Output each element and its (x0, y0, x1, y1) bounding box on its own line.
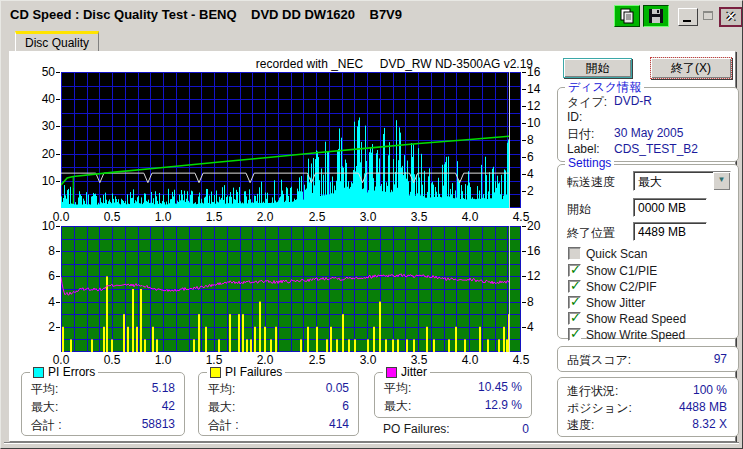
show-write-speed-checkbox[interactable]: ✓ (568, 328, 581, 341)
transfer-speed-combobox[interactable]: 最大 ▼ (633, 171, 731, 191)
axis-tick-label: 3.0 (354, 354, 382, 367)
axis-tick-mark (56, 251, 60, 252)
speed-value: 8.32 X (692, 417, 727, 431)
transfer-speed-label: 転送速度 (567, 174, 615, 191)
settings-title: Settings (565, 156, 614, 170)
copy-icon (615, 6, 639, 26)
window-title: CD Speed : Disc Quality Test - BENQ DVD … (10, 7, 402, 22)
axis-tick-mark (56, 72, 60, 73)
axis-tick-mark (522, 89, 526, 90)
axis-tick-label: 1.5 (200, 211, 228, 224)
app-window: CD Speed : Disc Quality Test - BENQ DVD … (0, 0, 743, 449)
axis-tick-label: 0.5 (98, 354, 126, 367)
check-icon: ✓ (570, 262, 581, 277)
axis-tick-label: 4.0 (456, 211, 484, 224)
position-label: ポジション: (567, 400, 632, 417)
axis-tick-label: 12 (527, 100, 551, 113)
axis-tick-mark (522, 123, 526, 124)
axis-tick-mark (56, 327, 60, 328)
jitter-swatch (386, 367, 397, 378)
minimize-button[interactable] (678, 8, 698, 26)
axis-tick-label: 50 (31, 66, 55, 79)
pi-errors-swatch (33, 367, 44, 378)
axis-tick-label: 2.0 (251, 211, 279, 224)
show-c1-pie-checkbox[interactable]: ✓ (568, 264, 581, 277)
end-position-field[interactable] (633, 222, 707, 241)
show-read-speed-label: Show Read Speed (586, 312, 686, 326)
pi-failures-legend-label: PI Failures (225, 365, 282, 379)
axis-tick-label: 6 (31, 270, 55, 283)
check-icon: ✓ (570, 326, 581, 341)
axis-tick-label: 6 (527, 151, 551, 164)
axis-tick-mark (522, 140, 526, 141)
start-position-label: 開始 (567, 201, 591, 218)
copy-to-clipboard-button[interactable] (614, 5, 640, 27)
disc-label-value: CDS_TEST_B2 (614, 142, 698, 156)
pi-errors-chart-canvas (61, 72, 521, 208)
axis-tick-label: 20 (31, 148, 55, 161)
disc-type-label: タイプ: (567, 94, 607, 111)
quick-scan-checkbox[interactable]: ✓ (568, 247, 581, 260)
minimize-icon (683, 20, 691, 22)
axis-tick-mark (522, 302, 526, 303)
start-button-label: 開始 (586, 61, 610, 75)
axis-tick-label: 10 (527, 117, 551, 130)
pie-total-value: 58813 (142, 417, 175, 431)
axis-tick-label: 8 (31, 245, 55, 258)
axis-tick-label: 2 (527, 185, 551, 198)
axis-tick-mark (522, 174, 526, 175)
show-jitter-checkbox[interactable]: ✓ (568, 296, 581, 309)
combobox-dropdown-button[interactable]: ▼ (713, 172, 730, 190)
po-failures-value: 0 (501, 422, 529, 436)
quality-score-group: 品質スコア: 97 (557, 346, 739, 372)
save-floppy-icon (644, 6, 668, 26)
pi-failures-stats-box: PI Failures 平均: 0.05 最大: 6 合計 : 414 (198, 372, 359, 436)
axis-tick-mark (522, 106, 526, 107)
titlebar[interactable]: CD Speed : Disc Quality Test - BENQ DVD … (4, 4, 739, 25)
pie-max-label: 最大: (31, 399, 58, 416)
save-button[interactable] (643, 5, 669, 27)
show-read-speed-checkbox[interactable]: ✓ (568, 312, 581, 325)
start-button[interactable]: 開始 (563, 58, 632, 78)
check-icon: ✓ (570, 310, 581, 325)
settings-group: Settings 転送速度 最大 ▼ 開始 終了位置 ✓ Quick Scan … (557, 164, 739, 339)
axis-tick-label: 8 (527, 134, 551, 147)
maximize-button-disabled (700, 8, 717, 26)
axis-tick-label: 4.5 (507, 354, 535, 367)
axis-tick-mark (522, 327, 526, 328)
disc-id-label: ID: (567, 110, 582, 124)
close-icon: ✕ (726, 9, 737, 24)
axis-tick-label: 16 (527, 66, 551, 79)
axis-tick-label: 4 (527, 168, 551, 181)
start-position-field[interactable] (633, 198, 707, 217)
exit-button[interactable]: 終了(X) (650, 57, 732, 79)
axis-tick-mark (522, 251, 526, 252)
pie-avg-value: 5.18 (152, 381, 175, 395)
disc-type-value: DVD-R (614, 94, 652, 108)
tab-disc-quality[interactable]: Disc Quality (15, 31, 99, 51)
axis-tick-mark (56, 302, 60, 303)
show-jitter-label: Show Jitter (586, 296, 645, 310)
show-write-speed-label: Show Write Speed (586, 328, 685, 342)
axis-tick-label: 8 (527, 296, 551, 309)
axis-tick-label: 16 (527, 245, 551, 258)
disc-label-label: Label: (567, 142, 600, 156)
progress-status-value: 100 % (693, 383, 727, 397)
show-c1-pie-label: Show C1/PIE (586, 264, 657, 278)
jitter-legend-label: Jitter (401, 365, 427, 379)
axis-tick-label: 1.0 (149, 354, 177, 367)
jitter-stats-box: Jitter 平均: 10.45 % 最大: 12.9 % (374, 372, 532, 418)
axis-tick-mark (522, 157, 526, 158)
axis-tick-mark (56, 276, 60, 277)
pie-max-value: 42 (162, 399, 175, 413)
tab-label: Disc Quality (25, 36, 89, 50)
axis-tick-label: 10 (31, 220, 55, 233)
axis-tick-mark (522, 72, 526, 73)
quick-scan-label: Quick Scan (586, 247, 647, 261)
axis-tick-label: 4 (31, 296, 55, 309)
close-button[interactable]: ✕ (719, 7, 743, 27)
show-c2-pif-checkbox[interactable]: ✓ (568, 280, 581, 293)
speed-label: 速度: (567, 417, 594, 434)
jitter-legend: Jitter (383, 365, 430, 379)
jitter-max-value: 12.9 % (485, 398, 522, 412)
